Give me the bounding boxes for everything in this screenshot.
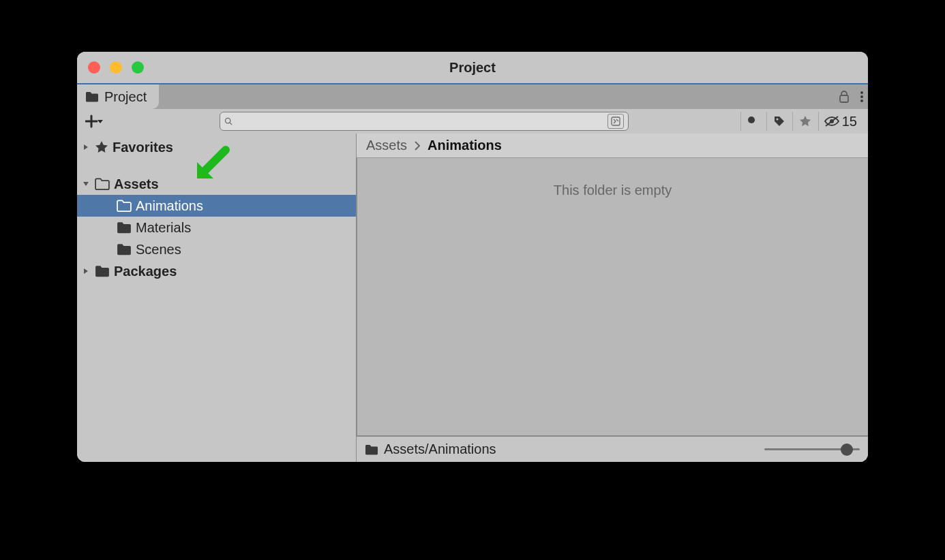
filter-type-button[interactable] [740, 112, 766, 131]
folder-icon [85, 91, 99, 102]
empty-folder-message: This folder is empty [554, 183, 672, 435]
footer-path: Assets/Animations [384, 441, 496, 457]
favorite-filter-button[interactable] [792, 112, 818, 131]
toolbar-buttons: 15 [740, 112, 862, 131]
content-pane: Assets Animations This folder is empty A… [357, 134, 868, 462]
search-container [112, 112, 736, 131]
search-input[interactable] [220, 112, 629, 131]
breadcrumb-root[interactable]: Assets [366, 138, 407, 153]
folder-icon [117, 221, 132, 234]
annotation-arrow-icon [192, 146, 232, 184]
window-title: Project [77, 60, 868, 76]
thumbnail-size-slider[interactable] [764, 441, 860, 458]
packages-label: Packages [114, 264, 177, 279]
more-icon[interactable] [860, 90, 864, 104]
lock-icon[interactable] [838, 90, 850, 104]
assets-label: Assets [114, 176, 159, 192]
folder-icon [117, 243, 132, 255]
tree-item-label: Animations [136, 198, 203, 214]
packages-disclosure-icon[interactable] [81, 268, 91, 275]
search-icon [224, 117, 232, 125]
breadcrumb-current[interactable]: Animations [427, 138, 502, 153]
project-tab-label: Project [104, 89, 147, 105]
tree-item-animations[interactable]: Animations [77, 195, 356, 217]
svg-point-4 [226, 118, 230, 123]
folder-icon [95, 178, 110, 190]
chevron-right-icon [414, 141, 421, 151]
favorites-disclosure-icon[interactable] [81, 144, 91, 151]
folder-icon [365, 444, 378, 455]
add-dropdown-button[interactable] [82, 114, 108, 129]
folder-contents[interactable]: This folder is empty [357, 158, 868, 436]
svg-point-2 [860, 95, 863, 98]
hidden-items-toggle[interactable]: 15 [818, 112, 862, 131]
slider-thumb[interactable] [841, 444, 853, 456]
panel-tab-strip: Project [77, 83, 868, 109]
panel-header-actions [838, 84, 864, 109]
project-window: Project Project [77, 52, 868, 462]
assets-disclosure-icon[interactable] [81, 181, 91, 187]
filter-label-button[interactable] [766, 112, 792, 131]
tree-item-materials[interactable]: Materials [77, 217, 356, 238]
star-icon [95, 140, 108, 154]
breadcrumb: Assets Animations [357, 134, 868, 158]
folder-outline-icon [117, 200, 132, 212]
search-field[interactable] [237, 116, 603, 127]
tree-item-label: Scenes [136, 242, 181, 258]
titlebar: Project [77, 52, 868, 83]
tree-item-label: Materials [136, 220, 191, 236]
content-footer: Assets/Animations [357, 436, 868, 462]
panel-body: Favorites Assets Animations [77, 134, 868, 462]
search-shortcut-icon[interactable] [608, 114, 624, 129]
tree-item-scenes[interactable]: Scenes [77, 238, 356, 260]
toolbar: 15 [77, 109, 868, 134]
project-tab[interactable]: Project [77, 84, 159, 109]
project-tree[interactable]: Favorites Assets Animations [77, 134, 357, 462]
svg-rect-0 [840, 95, 848, 102]
favorites-label: Favorites [112, 140, 173, 155]
folder-icon [95, 265, 110, 277]
svg-point-3 [860, 99, 863, 102]
svg-point-7 [777, 119, 779, 121]
hidden-icon [824, 116, 839, 127]
packages-row[interactable]: Packages [77, 260, 356, 282]
hidden-count-label: 15 [842, 114, 857, 129]
svg-point-1 [860, 91, 863, 94]
